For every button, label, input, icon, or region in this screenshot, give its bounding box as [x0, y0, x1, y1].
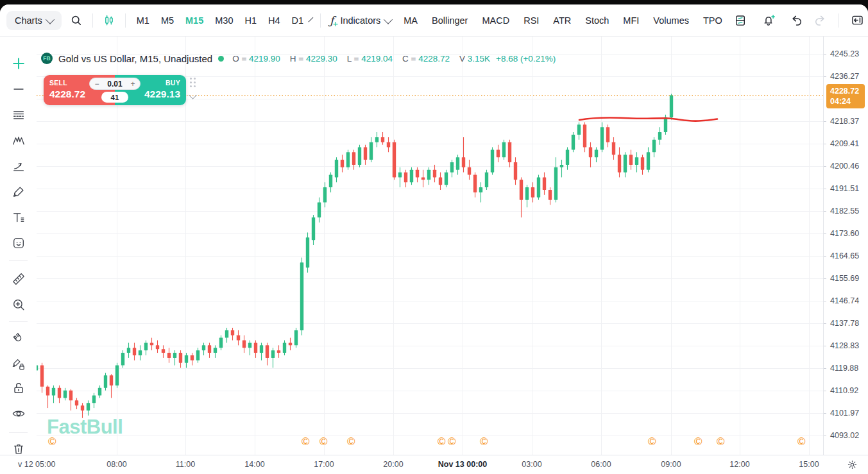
widget-collapse-chevron-icon[interactable]: [189, 91, 197, 99]
indicator-shortcut-volumes[interactable]: Volumes: [646, 12, 696, 30]
timeframe-group: M1M5M15M30H1H4D1: [131, 12, 309, 30]
copyright-marks: ©©©©©©©©©©©: [48, 436, 806, 448]
price-tick: [824, 368, 826, 369]
collapse-panel-button[interactable]: [847, 10, 868, 31]
toolbar-right-icons: [729, 10, 868, 31]
indicator-shortcut-rsi[interactable]: RSI: [516, 12, 546, 30]
volume-increase-button[interactable]: +: [129, 80, 137, 88]
time-axis-label: 17:00: [314, 460, 334, 469]
zoom-in-tool-button[interactable]: [8, 294, 30, 316]
eye-icon: [12, 407, 26, 421]
price-tick: [824, 54, 826, 55]
time-axis[interactable]: v 12 05:0008:0011:0014:0017:0020:00Nov 1…: [0, 455, 868, 474]
timeframe-m15[interactable]: M15: [180, 12, 209, 30]
price-tick: [824, 121, 826, 122]
undo-icon: [790, 14, 803, 27]
volume-decrease-button[interactable]: −: [93, 80, 101, 88]
indicator-shortcut-tpo[interactable]: TPO: [696, 12, 729, 30]
draw-lock-tool-button[interactable]: [8, 353, 30, 375]
price-axis-label: 4119.88: [830, 364, 858, 373]
trade-widget: SELL 4228.72 BUY 4229.13 − 0.01 + 41: [44, 75, 196, 105]
redo-button[interactable]: [809, 10, 831, 31]
horizontal-line-tool-button[interactable]: [8, 78, 30, 100]
ohlc-item: H = 4229.30: [290, 54, 337, 63]
tool-group-divider: [9, 260, 28, 261]
price-tick: [824, 233, 826, 234]
time-axis-label: Nov 13 00:00: [438, 460, 487, 469]
magnet-icon: [12, 332, 26, 346]
indicator-shortcut-ma[interactable]: MA: [396, 12, 425, 30]
indicator-shortcut-macd[interactable]: MACD: [475, 12, 516, 30]
price-axis-label: 4110.92: [830, 386, 858, 395]
pattern-waves-tool-button[interactable]: [8, 130, 30, 151]
price-tick: [824, 346, 826, 346]
line-tools-icon: [12, 108, 26, 122]
charts-menu-button[interactable]: Charts: [6, 11, 62, 30]
trash-icon: [12, 442, 26, 456]
indicators-button[interactable]: ƒ+ Indicators: [326, 14, 391, 27]
text-tool-tool-button[interactable]: [8, 207, 30, 228]
ruler-tool-button[interactable]: [8, 268, 30, 290]
emoji-tool-button[interactable]: [8, 232, 30, 254]
brush-drawing-red-line[interactable]: [579, 117, 717, 121]
settings-gear-icon[interactable]: [847, 459, 858, 470]
price-tick: [824, 323, 826, 324]
symbol-title[interactable]: Gold vs US Dollar, M15, Unadjusted: [58, 53, 212, 64]
chevron-down-icon: [384, 15, 393, 24]
drawing-tools-rail: [0, 37, 37, 455]
candlestick-series: [37, 94, 673, 418]
text-tool-icon: [12, 210, 26, 224]
drag-handle-icon[interactable]: [190, 78, 196, 87]
curve-arrow-tool-button[interactable]: [8, 155, 30, 177]
chart-canvas[interactable]: ©©©©©©©©©©© FB Gold vs US Dollar, M15, U…: [37, 37, 823, 460]
copyright-icon: ©: [438, 436, 446, 448]
toolbar-divider: [838, 13, 839, 28]
indicators-label: Indicators: [340, 15, 380, 26]
indicator-shortcut-mfi[interactable]: MFI: [616, 12, 646, 30]
time-axis-label: 20:00: [383, 460, 403, 469]
timeframe-h1[interactable]: H1: [239, 12, 262, 30]
top-toolbar: Charts M1M5M15M30H1H4D1 ƒ+ Indicators MA…: [0, 4, 868, 37]
layout-panels-button[interactable]: [729, 10, 751, 31]
pattern-waves-icon: [12, 133, 26, 148]
alerts-button[interactable]: [758, 10, 779, 31]
timeframe-d1[interactable]: D1: [286, 12, 310, 30]
line-tools-tool-button[interactable]: [8, 104, 30, 126]
price-tick: [824, 76, 826, 77]
volume-value[interactable]: 0.01: [107, 80, 122, 89]
search-button[interactable]: [65, 10, 87, 31]
current-price-value: 4228.72: [830, 86, 865, 96]
candle-countdown: 04:24: [830, 96, 865, 106]
indicator-shortcut-bollinger[interactable]: Bollinger: [425, 12, 475, 30]
charts-menu-label: Charts: [15, 15, 42, 26]
crosshair-plus-icon: [12, 56, 26, 71]
undo-button[interactable]: [786, 10, 808, 31]
brush-tool-button[interactable]: [8, 181, 30, 203]
timeframe-h4[interactable]: H4: [262, 12, 286, 30]
lock-tool-button[interactable]: [8, 377, 30, 399]
price-axis-label: 4093.02: [830, 431, 859, 440]
crosshair-plus-tool-button[interactable]: [8, 53, 30, 74]
time-axis-label: 14:00: [244, 460, 264, 469]
ohlc-values: O = 4219.90H = 4229.30L = 4219.04C = 422…: [232, 54, 490, 63]
indicator-shortcut-stoch[interactable]: Stoch: [578, 12, 616, 30]
time-axis-label: 15:00: [799, 460, 819, 469]
chart-style-button[interactable]: [98, 10, 120, 31]
brush-icon: [12, 185, 26, 199]
magnet-tool-button[interactable]: [8, 328, 30, 350]
price-axis-label: 4101.97: [830, 409, 859, 418]
timeframe-m5[interactable]: M5: [155, 12, 180, 30]
timeframe-m1[interactable]: M1: [131, 12, 155, 30]
price-axis-label: 4245.23: [830, 49, 859, 58]
price-axis-label: 4173.60: [830, 229, 859, 238]
price-tick: [824, 166, 826, 167]
price-tick: [824, 256, 826, 257]
timeframe-m30[interactable]: M30: [209, 12, 239, 30]
price-axis[interactable]: 4228.72 04:24 4245.234236.274218.374209.…: [823, 37, 868, 460]
alert-bell-plus-icon: [762, 13, 775, 27]
price-tick: [824, 436, 826, 436]
eye-tool-button[interactable]: [8, 403, 30, 425]
indicator-shortcut-atr[interactable]: ATR: [546, 12, 578, 30]
function-plus-icon: ƒ+: [330, 14, 334, 27]
ruler-icon: [12, 272, 26, 286]
